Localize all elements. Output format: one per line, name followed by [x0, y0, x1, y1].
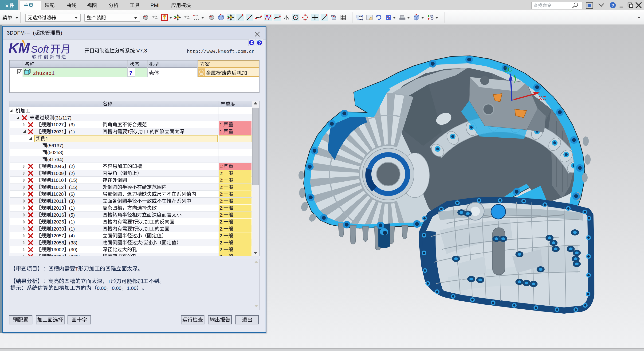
- svg-text:1:: 1:: [220, 164, 224, 169]
- svg-text:2:: 2:: [220, 212, 224, 218]
- svg-text:0.00: 0.00: [97, 285, 106, 291]
- svg-text:12011: 12011: [51, 199, 64, 204]
- svg-text:2:: 2:: [220, 219, 224, 224]
- svg-text:(1): (1): [69, 219, 75, 224]
- svg-text:12057: 12057: [51, 233, 64, 238]
- svg-text:Soft: Soft: [31, 44, 49, 55]
- svg-text:T: T: [132, 226, 135, 231]
- svg-text:12026: 12026: [51, 219, 64, 224]
- svg-text:3DDFM---: 3DDFM---: [7, 30, 30, 36]
- svg-text:(30): (30): [69, 247, 78, 252]
- svg-text:(261): (261): [69, 254, 80, 259]
- svg-text:T: T: [132, 219, 135, 224]
- svg-text:0.00: 0.00: [112, 285, 122, 291]
- svg-text:T: T: [75, 266, 78, 271]
- svg-text:http://www.kmsoft.com.cn: http://www.kmsoft.com.cn: [187, 49, 254, 54]
- svg-text:(: (: [33, 30, 35, 36]
- svg-text:12013: 12013: [51, 205, 64, 211]
- svg-text:(3): (3): [69, 199, 75, 204]
- svg-text:2:: 2:: [220, 226, 224, 231]
- svg-text:12016: 12016: [51, 212, 64, 218]
- svg-text:2:: 2:: [220, 254, 224, 259]
- svg-text:2:: 2:: [220, 191, 224, 197]
- svg-text:(3): (3): [69, 122, 75, 127]
- svg-text:KM: KM: [8, 40, 30, 56]
- svg-text:1:: 1:: [220, 129, 224, 134]
- svg-text:(41734): (41734): [47, 157, 64, 162]
- svg-text:2:: 2:: [220, 205, 224, 211]
- svg-text:(38): (38): [69, 240, 78, 245]
- svg-text:2:: 2:: [220, 199, 224, 204]
- svg-text:T: T: [108, 278, 111, 284]
- svg-text:?: ?: [129, 70, 132, 76]
- svg-text:12058: 12058: [51, 240, 64, 245]
- svg-text:11012: 11012: [51, 185, 64, 190]
- svg-text:(6): (6): [69, 191, 75, 197]
- svg-text:1:: 1:: [220, 122, 224, 127]
- svg-text:(15): (15): [69, 178, 78, 183]
- svg-text:12046: 12046: [51, 164, 64, 169]
- svg-text:(1): (1): [69, 129, 75, 134]
- svg-text:V7.3: V7.3: [135, 48, 147, 54]
- svg-text:12030: 12030: [51, 226, 64, 231]
- svg-text:(15): (15): [69, 185, 78, 190]
- svg-text:13002: 13002: [51, 247, 64, 252]
- svg-text:1.00: 1.00: [127, 285, 136, 291]
- svg-text:2:: 2:: [220, 178, 224, 183]
- svg-text:T: T: [127, 129, 130, 134]
- svg-text:PMI: PMI: [150, 2, 160, 8]
- svg-text:13004: 13004: [51, 254, 64, 259]
- svg-text:11009: 11009: [51, 171, 64, 176]
- svg-text:(2): (2): [69, 171, 75, 176]
- svg-text:11010: 11010: [51, 178, 64, 183]
- svg-text:(2): (2): [69, 164, 75, 169]
- svg-text:2:: 2:: [220, 185, 224, 190]
- svg-text:11028: 11028: [51, 191, 64, 197]
- svg-text:): ): [60, 30, 62, 36]
- svg-text:(4): (4): [69, 233, 75, 238]
- svg-text:(56137): (56137): [47, 143, 64, 148]
- svg-text:?: ?: [258, 41, 261, 45]
- svg-text:2:: 2:: [220, 233, 224, 238]
- svg-text:1: 1: [46, 136, 48, 141]
- svg-text:zhuzao1: zhuzao1: [33, 71, 54, 77]
- svg-text:2:: 2:: [220, 247, 224, 252]
- svg-text:?: ?: [611, 3, 614, 8]
- svg-text:2:: 2:: [220, 171, 224, 176]
- svg-text:11027: 11027: [51, 122, 64, 127]
- svg-text:(5): (5): [69, 212, 75, 218]
- svg-text:12031: 12031: [51, 129, 64, 134]
- svg-text:(50258): (50258): [47, 150, 64, 155]
- svg-text:(1): (1): [69, 205, 75, 211]
- svg-text:2:: 2:: [220, 240, 224, 245]
- svg-text:(1): (1): [69, 226, 75, 231]
- svg-text:(31/117): (31/117): [54, 115, 72, 120]
